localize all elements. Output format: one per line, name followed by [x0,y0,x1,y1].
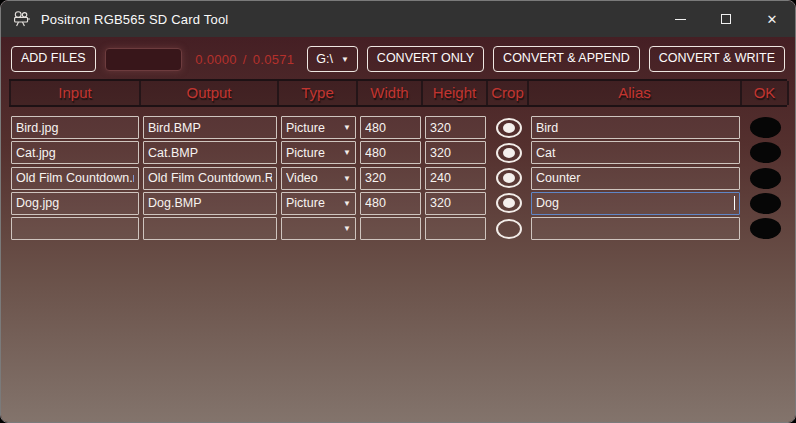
crop-radio[interactable] [496,193,522,213]
header-input: Input [9,81,141,105]
table-row: ▼ [9,217,787,240]
header-width: Width [358,81,423,105]
width-field[interactable]: 320 [360,167,421,190]
ok-indicator [750,117,781,138]
close-button[interactable]: ✕ [749,1,795,37]
ok-indicator [750,193,781,214]
height-field[interactable]: 240 [425,167,486,190]
convert-append-button[interactable]: CONVERT & APPEND [493,46,640,72]
chevron-down-icon: ▼ [339,199,351,208]
window-controls: ✕ [657,1,795,37]
input-file-field[interactable]: Dog.jpg [11,192,139,215]
crop-radio[interactable] [496,143,522,163]
chevron-down-icon: ▼ [341,55,349,64]
chevron-down-icon: ▼ [339,123,351,132]
table-row: Bird.jpg Bird.BMP Picture▼ 480 320 Bird [9,116,787,139]
close-icon: ✕ [767,13,778,26]
type-dropdown[interactable]: ▼ [281,217,356,240]
height-field[interactable]: 320 [425,116,486,139]
alias-field[interactable] [531,217,740,240]
ok-indicator [750,142,781,163]
output-file-field[interactable]: Cat.BMP [143,141,277,164]
type-dropdown[interactable]: Picture▼ [281,192,356,215]
drive-selector[interactable]: G:\ ▼ [307,46,358,72]
crop-radio[interactable] [496,219,522,239]
toolbar: ADD FILES 0.0000/0.0571 G:\ ▼ CONVERT ON… [1,37,795,79]
used-gb-value: 0.0000 [195,52,237,67]
crop-cell [488,118,529,138]
app-window: Positron RGB565 SD Card Tool ✕ ADD FILES… [0,0,796,423]
header-type: Type [279,81,358,105]
client-area: ADD FILES 0.0000/0.0571 G:\ ▼ CONVERT ON… [1,37,795,423]
table-row: Dog.jpg Dog.BMP Picture▼ 480 320 Dog [9,192,787,215]
crop-cell [488,143,529,163]
film-projector-icon [13,11,31,27]
file-table: Input Output Type Width Height Crop Alia… [9,79,787,240]
text-caret [734,196,735,210]
input-file-field[interactable]: Old Film Countdown.mp4 [11,167,139,190]
alias-field[interactable]: Bird [531,116,740,139]
maximize-button[interactable] [703,1,749,37]
titlebar: Positron RGB565 SD Card Tool ✕ [1,1,795,37]
drive-selector-value: G:\ [316,52,333,66]
width-field[interactable]: 480 [360,116,421,139]
convert-only-button[interactable]: CONVERT ONLY [367,46,484,72]
crop-radio[interactable] [496,118,522,138]
convert-write-button[interactable]: CONVERT & WRITE [649,46,785,72]
crop-cell [488,168,529,188]
table-header: Input Output Type Width Height Crop Alia… [9,79,787,107]
table-body: Bird.jpg Bird.BMP Picture▼ 480 320 Bird … [9,116,787,240]
width-field[interactable] [360,217,421,240]
alias-field[interactable]: Dog [531,192,740,215]
alias-field[interactable]: Counter [531,167,740,190]
window-title: Positron RGB565 SD Card Tool [41,12,228,27]
output-file-field[interactable]: Dog.BMP [143,192,277,215]
ok-cell [742,168,789,189]
chevron-down-icon: ▼ [339,224,351,233]
width-field[interactable]: 480 [360,141,421,164]
ok-cell [742,218,789,239]
minimize-icon [675,19,686,20]
input-file-field[interactable]: Bird.jpg [11,116,139,139]
crop-cell [488,219,529,239]
width-field[interactable]: 480 [360,192,421,215]
ok-cell [742,142,789,163]
input-file-field[interactable] [11,217,139,240]
ok-cell [742,193,789,214]
ok-cell [742,117,789,138]
type-dropdown[interactable]: Picture▼ [281,116,356,139]
chevron-down-icon: ▼ [339,148,351,157]
ok-indicator [750,168,781,189]
type-dropdown[interactable]: Picture▼ [281,141,356,164]
table-row: Cat.jpg Cat.BMP Picture▼ 480 320 Cat [9,141,787,164]
header-output: Output [141,81,279,105]
minimize-button[interactable] [657,1,703,37]
usage-separator: / [243,52,247,67]
capacity-gb-value: 0.0571 [253,52,295,67]
crop-cell [488,193,529,213]
header-crop: Crop [488,81,529,105]
output-file-field[interactable]: Old Film Countdown.RGB565 [143,167,277,190]
table-row: Old Film Countdown.mp4 Old Film Countdow… [9,167,787,190]
chevron-down-icon: ▼ [339,174,351,183]
height-field[interactable] [425,217,486,240]
add-files-button[interactable]: ADD FILES [11,46,96,72]
output-file-field[interactable] [143,217,277,240]
maximize-icon [721,14,731,24]
height-field[interactable]: 320 [425,141,486,164]
type-dropdown[interactable]: Video▼ [281,167,356,190]
header-alias: Alias [529,81,742,105]
input-file-field[interactable]: Cat.jpg [11,141,139,164]
height-field[interactable]: 320 [425,192,486,215]
sd-usage-readout: 0.0000/0.0571 [191,52,298,67]
crop-radio[interactable] [496,168,522,188]
header-height: Height [423,81,488,105]
output-file-field[interactable]: Bird.BMP [143,116,277,139]
ok-indicator [750,218,781,239]
alias-field[interactable]: Cat [531,141,740,164]
sd-usage-progressbar [105,48,183,71]
header-ok: OK [742,81,789,105]
